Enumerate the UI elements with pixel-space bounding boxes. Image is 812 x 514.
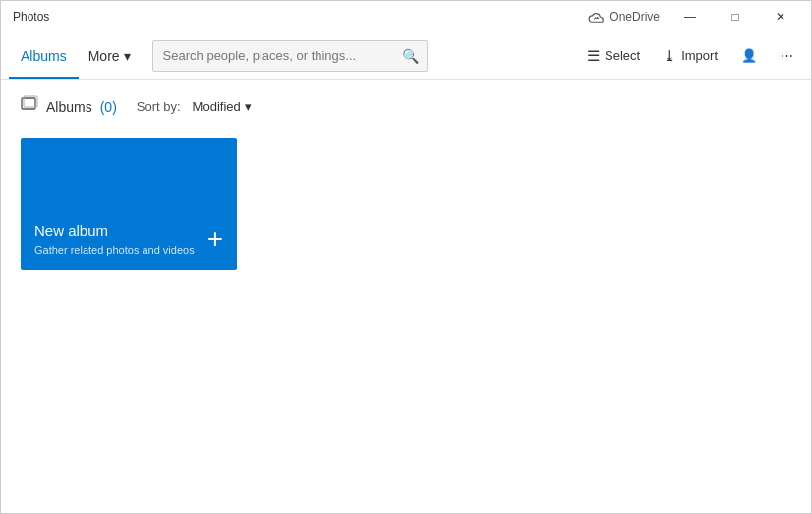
people-button[interactable]: 👤 bbox=[731, 38, 767, 74]
tab-albums[interactable]: Albums bbox=[9, 32, 79, 79]
ellipsis-icon: ⋯ bbox=[781, 48, 793, 63]
nav-tabs: Albums More ▾ bbox=[9, 32, 141, 79]
new-album-card[interactable]: New album Gather related photos and vide… bbox=[21, 138, 237, 270]
new-album-plus-icon: + bbox=[207, 225, 223, 253]
tab-more[interactable]: More ▾ bbox=[79, 32, 141, 79]
select-icon: ☰ bbox=[587, 47, 600, 65]
onedrive-label: OneDrive bbox=[609, 10, 660, 24]
more-options-button[interactable]: ⋯ bbox=[771, 38, 803, 74]
albums-header: Albums (0) Sort by: Modified ▾ bbox=[21, 95, 791, 118]
minimize-button[interactable]: — bbox=[667, 1, 713, 32]
chevron-down-icon: ▾ bbox=[124, 48, 131, 64]
close-button[interactable]: ✕ bbox=[758, 1, 803, 32]
search-icon: 🔍 bbox=[402, 48, 419, 64]
search-button[interactable]: 🔍 bbox=[395, 40, 427, 72]
import-button[interactable]: ⤓ Import bbox=[654, 38, 727, 74]
title-bar-left: Photos bbox=[13, 10, 49, 24]
albums-count: (0) bbox=[100, 99, 117, 115]
person-icon: 👤 bbox=[741, 48, 757, 63]
albums-title: Albums bbox=[46, 99, 92, 115]
toolbar-actions: ☰ Select ⤓ Import 👤 ⋯ bbox=[577, 38, 803, 74]
content-area: Albums (0) Sort by: Modified ▾ New album… bbox=[1, 80, 811, 513]
sort-chevron-icon: ▾ bbox=[245, 99, 252, 114]
search-input[interactable] bbox=[153, 48, 395, 63]
title-bar-right: OneDrive — □ ✕ bbox=[588, 1, 803, 32]
albums-grid: New album Gather related photos and vide… bbox=[21, 138, 791, 270]
maximize-button[interactable]: □ bbox=[713, 1, 758, 32]
sort-value: Modified bbox=[193, 99, 241, 114]
app-title: Photos bbox=[13, 10, 49, 24]
search-bar: 🔍 bbox=[152, 40, 428, 72]
sort-label: Sort by: bbox=[137, 99, 181, 114]
title-bar: Photos OneDrive — □ ✕ bbox=[1, 1, 811, 32]
albums-icon bbox=[21, 95, 38, 118]
new-album-title: New album bbox=[34, 222, 223, 239]
select-button[interactable]: ☰ Select bbox=[577, 38, 650, 74]
new-album-subtitle: Gather related photos and videos bbox=[34, 243, 223, 257]
window-controls: — □ ✕ bbox=[667, 1, 803, 32]
onedrive-icon bbox=[588, 12, 606, 23]
import-icon: ⤓ bbox=[664, 47, 676, 65]
onedrive-section[interactable]: OneDrive bbox=[588, 10, 660, 24]
toolbar: Albums More ▾ 🔍 ☰ Select ⤓ Import 👤 ⋯ bbox=[1, 32, 811, 80]
sort-dropdown[interactable]: Modified ▾ bbox=[193, 99, 252, 114]
